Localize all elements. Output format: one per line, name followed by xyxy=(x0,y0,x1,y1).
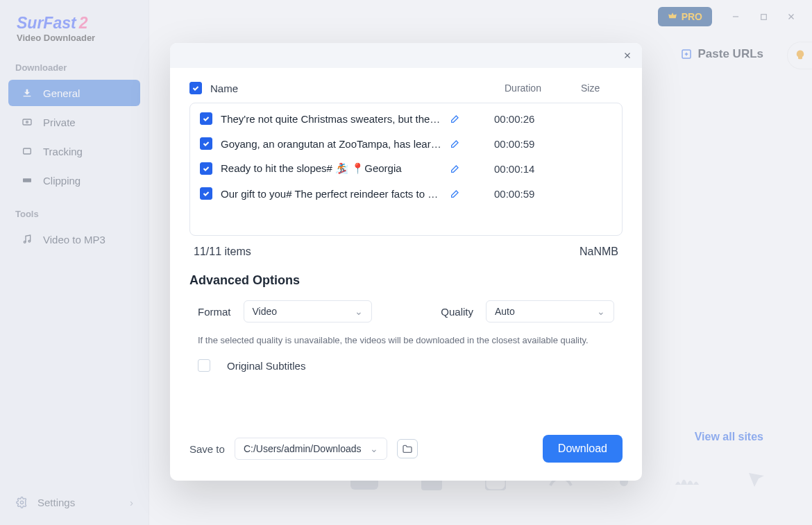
subtitles-row: Original Subtitles xyxy=(189,356,623,384)
item-duration: 00:00:14 xyxy=(494,163,570,175)
chevron-down-icon: ⌄ xyxy=(355,306,363,317)
item-title: Ready to hit the slopes# 🏂 📍Georgia xyxy=(221,162,443,175)
list-item[interactable]: Goyang, an orangutan at ZooTampa, has le… xyxy=(190,131,622,156)
edit-icon[interactable] xyxy=(450,163,462,174)
save-path-select[interactable]: C:/Users/admin/Downloads ⌄ xyxy=(235,438,387,460)
items-list: They're not quite Christmas sweaters, bu… xyxy=(189,103,623,236)
chevron-down-icon: ⌄ xyxy=(597,306,605,317)
col-size: Size xyxy=(581,83,623,94)
list-item[interactable]: Ready to hit the slopes# 🏂 📍Georgia 00:0… xyxy=(190,156,622,181)
items-summary: 11/11 items NaNMB xyxy=(189,236,623,261)
list-item[interactable]: They're not quite Christmas sweaters, bu… xyxy=(190,106,622,131)
quality-note: If the selected quality is unavailable, … xyxy=(189,329,623,356)
close-icon xyxy=(623,51,632,60)
format-label: Format xyxy=(198,306,231,318)
select-all-checkbox[interactable] xyxy=(189,82,202,94)
item-title: They're not quite Christmas sweaters, bu… xyxy=(221,113,443,125)
col-duration: Duration xyxy=(505,83,581,94)
item-duration: 00:00:59 xyxy=(494,138,570,150)
subtitles-label: Original Subtitles xyxy=(227,360,305,372)
list-item[interactable]: Our gift to you# The perfect reindeer fa… xyxy=(190,181,622,206)
browse-folder-button[interactable] xyxy=(397,439,418,458)
edit-icon[interactable] xyxy=(450,138,462,149)
advanced-options-title: Advanced Options xyxy=(189,261,623,298)
folder-icon xyxy=(402,444,413,454)
item-title: Goyang, an orangutan at ZooTampa, has le… xyxy=(221,138,443,150)
item-checkbox[interactable] xyxy=(200,112,212,125)
item-checkbox[interactable] xyxy=(200,162,212,175)
edit-icon[interactable] xyxy=(450,188,462,199)
list-header: Name Duration Size xyxy=(189,78,623,103)
item-count: 11/11 items xyxy=(194,246,251,258)
subtitles-checkbox[interactable] xyxy=(198,359,210,372)
quality-select[interactable]: Auto ⌄ xyxy=(486,300,614,322)
chevron-down-icon: ⌄ xyxy=(370,443,378,454)
download-modal: Name Duration Size They're not quite Chr… xyxy=(170,43,642,481)
modal-close-button[interactable] xyxy=(623,51,632,60)
quality-label: Quality xyxy=(441,306,473,318)
advanced-row: Format Video ⌄ Quality Auto ⌄ xyxy=(189,298,623,329)
total-size: NaNMB xyxy=(580,246,618,258)
modal-header xyxy=(170,43,642,68)
item-title: Our gift to you# The perfect reindeer fa… xyxy=(221,188,443,200)
item-checkbox[interactable] xyxy=(200,137,212,150)
items-scroll[interactable]: They're not quite Christmas sweaters, bu… xyxy=(190,103,622,235)
edit-icon[interactable] xyxy=(450,113,462,124)
item-duration: 00:00:26 xyxy=(494,113,570,125)
format-select[interactable]: Video ⌄ xyxy=(244,300,372,322)
download-button[interactable]: Download xyxy=(543,435,623,463)
item-duration: 00:00:59 xyxy=(494,188,570,200)
modal-footer: Save to C:/Users/admin/Downloads ⌄ Downl… xyxy=(170,425,642,481)
col-name: Name xyxy=(210,83,238,94)
save-to-label: Save to xyxy=(189,443,225,455)
modal-body: Name Duration Size They're not quite Chr… xyxy=(170,68,642,425)
item-checkbox[interactable] xyxy=(200,187,212,200)
